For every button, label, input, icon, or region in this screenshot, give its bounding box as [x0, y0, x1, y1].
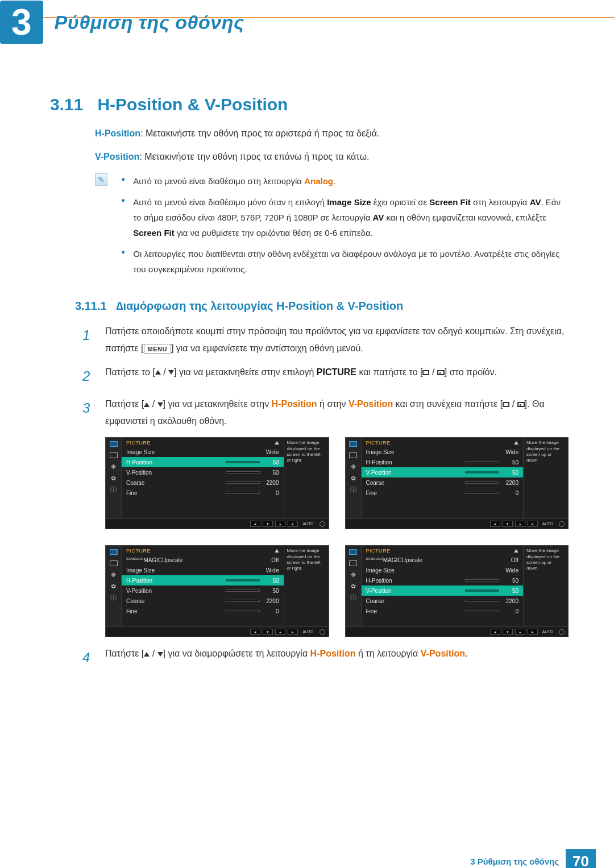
osd-item-label: Image Size: [366, 449, 395, 455]
info-icon: ⓘ: [349, 485, 358, 493]
note-text: Αυτό το μενού είναι διαθέσιμο στη λειτου…: [133, 176, 304, 186]
osd-item-label: V-Position: [366, 588, 392, 594]
step-text: ] για να μετακινηθείτε στην επιλογή: [174, 367, 317, 377]
note-term: Screen Fit: [429, 197, 471, 207]
osd-footer: ◂ ▾ ▴ ▸ AUTO: [346, 518, 569, 529]
left-button: ◂: [250, 629, 260, 635]
note-text: και η οθόνη εμφανίζεται κανονικά, επιλέξ…: [384, 213, 546, 222]
up-arrow-icon: [144, 402, 150, 407]
subsection-title: ∆ιαµόρφωση της λειτουργίας H-Position & …: [116, 300, 403, 312]
move-icon: ✥: [349, 463, 358, 471]
monitor-icon: [349, 441, 357, 447]
osd-item-value: Wide: [263, 567, 279, 574]
osd-item-label: Upscale: [162, 557, 182, 563]
step-number: 2: [82, 364, 105, 389]
down-arrow-icon: [157, 652, 163, 657]
step-text: ] για να εμφανίσετε την αντίστοιχη οθόνη…: [171, 343, 363, 353]
step-number: 4: [82, 645, 105, 670]
step-text: Πατήστε [: [105, 649, 144, 658]
picture-term: PICTURE: [317, 367, 356, 377]
osd-panel: ✥ ✿ ⓘ PICTURE Image SizeWide H-Position5…: [345, 437, 569, 529]
up-button: ▴: [275, 629, 285, 635]
osd-panel: ✥ ✿ ⓘ PICTURE SAMSUNGMAGICUpscaleOff Ima…: [345, 545, 569, 637]
subsection-number: 3.11.1: [75, 300, 107, 312]
osd-item-value: Off: [263, 557, 279, 563]
osd-item-label: Coarse: [366, 598, 384, 604]
osd-item-label: H-Position: [126, 459, 152, 466]
step-text: .: [465, 649, 467, 658]
osd-item-value: 0: [263, 608, 279, 614]
left-button: ◂: [250, 521, 260, 527]
osd-item-value: 2200: [263, 480, 279, 486]
step: 3 Πατήστε [ / ] για να μετακινηθείτε στη…: [82, 396, 569, 429]
note-text: .: [333, 176, 335, 186]
auto-label: AUTO: [302, 630, 313, 634]
osd-title: PICTURE: [126, 548, 151, 554]
osd-item-label: Image Size: [126, 567, 155, 574]
v-position-label: V-Position: [95, 152, 139, 161]
step-text: Πατήστε το [: [105, 367, 155, 377]
section-heading: 3.11 H-Position & V-Position: [50, 95, 614, 114]
osd-help-text: Move the image displayed on the screen t…: [284, 546, 329, 626]
note-term: Screen Fit: [133, 228, 175, 238]
power-icon: [559, 629, 565, 635]
osd-sidebar: ✥ ✿ ⓘ: [106, 546, 122, 626]
bullet-icon: ●: [121, 194, 125, 240]
step-text: ] για να διαμορφώσετε τη λειτουργία: [163, 649, 310, 658]
h-position-label: H-Position: [95, 128, 140, 138]
note-text: Οι λειτουργίες που διατίθενται στην οθόν…: [133, 246, 569, 277]
step-text: ] στο προϊόν.: [445, 367, 497, 377]
osd-item-value: 2200: [503, 598, 518, 604]
osd-item-value: 50: [263, 578, 279, 584]
power-icon: [559, 521, 565, 527]
osd-item-value: 50: [503, 470, 518, 476]
up-arrow-icon: [144, 652, 150, 657]
chapter-number-badge: 3: [0, 1, 43, 44]
subsection-heading: 3.11.1 ∆ιαµόρφωση της λειτουργίας H-Posi…: [75, 300, 614, 313]
auto-label: AUTO: [542, 522, 553, 526]
hpos-term: H-Position: [310, 649, 356, 658]
note-icon: ✎: [95, 173, 107, 186]
osd-sidebar: ✥ ✿ ⓘ: [346, 438, 362, 518]
step-text: Πατήστε [: [105, 399, 144, 409]
page-footer: 3 Ρύθμιση της οθόνης 70: [470, 849, 596, 868]
list-icon: [349, 560, 357, 566]
osd-item-label: SAMSUNG: [126, 557, 143, 560]
gear-icon: ✿: [109, 582, 118, 590]
bullet-icon: ●: [121, 173, 125, 189]
footer-chapter-label: 3 Ρύθμιση της οθόνης: [470, 857, 559, 866]
osd-item-value: 0: [503, 608, 518, 614]
up-button: ▴: [275, 521, 285, 527]
step-number: 3: [82, 396, 105, 429]
osd-item-value: Wide: [263, 449, 279, 455]
osd-item-value: Wide: [503, 449, 518, 455]
monitor-icon: [110, 549, 118, 555]
osd-item-label: V-Position: [366, 470, 392, 476]
hpos-term: H-Position: [272, 399, 317, 409]
step-text: και στη συνέχεια πατήστε [: [393, 399, 503, 409]
enter-icon: [437, 370, 445, 375]
note-list: ● Αυτό το μενού είναι διαθέσιμο στη λειτ…: [121, 173, 569, 283]
osd-panel: ✥ ✿ ⓘ PICTURE Image SizeWide H-Position5…: [105, 437, 329, 529]
note-term: AV: [373, 213, 384, 222]
left-button: ◂: [490, 629, 500, 635]
osd-item-value: Off: [503, 557, 518, 563]
osd-grid: ✥ ✿ ⓘ PICTURE Image SizeWide H-Position5…: [105, 437, 569, 637]
osd-item-value: 0: [503, 490, 518, 496]
step-text: ή στην: [317, 399, 349, 409]
osd-help-text: Move the image displayed on the screen u…: [524, 438, 568, 518]
monitor-icon: [110, 441, 118, 447]
step-text: και πατήστε το [: [356, 367, 422, 377]
monitor-icon: [349, 549, 357, 555]
select-icon: [503, 402, 509, 407]
osd-item-value: 2200: [263, 598, 279, 604]
note-box: ✎ ● Αυτό το μενού είναι διαθέσιμο στη λε…: [95, 173, 569, 283]
up-arrow-icon: [275, 441, 279, 445]
power-icon: [320, 521, 325, 527]
osd-item-value: 50: [263, 459, 279, 466]
list-icon: [110, 452, 118, 458]
note-item: ● Αυτό το μενού είναι διαθέσιμο στη λειτ…: [121, 173, 569, 189]
right-button: ▸: [528, 629, 538, 635]
info-icon: ⓘ: [109, 593, 118, 601]
down-button: ▾: [263, 521, 273, 527]
